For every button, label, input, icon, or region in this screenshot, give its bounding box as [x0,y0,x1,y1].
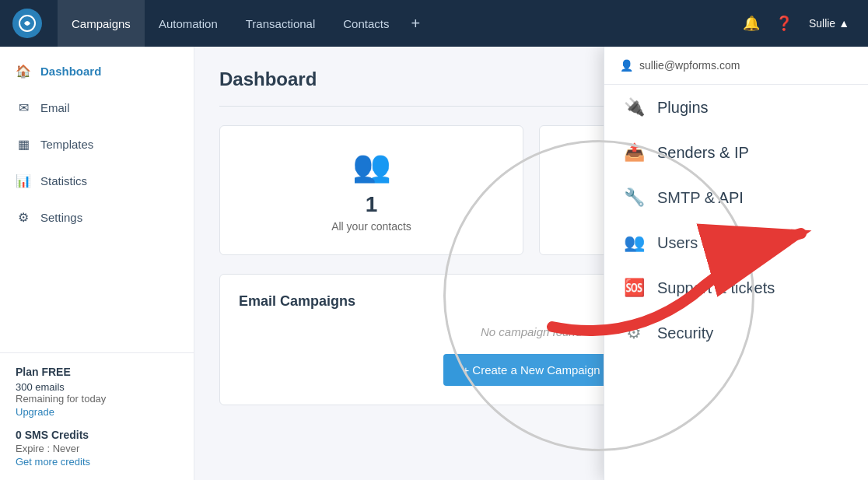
create-campaign-button[interactable]: + Create a New Campaign [443,354,618,386]
plan-emails: 300 emails [16,381,178,393]
sms-credits-label: 0 SMS Credits [16,429,178,441]
user-menu-button[interactable]: Sullie ▲ [803,0,856,47]
dropdown-label-smtp-api: SMTP & API [657,189,744,207]
user-caret-icon: ▲ [838,17,849,30]
dropdown-item-senders-ip[interactable]: 📤 Senders & IP [604,130,868,175]
topnav-transactional[interactable]: Transactional [232,0,330,47]
plan-name: Plan FREE [16,366,178,378]
dropdown-label-senders-ip: Senders & IP [657,144,749,162]
topnav-automation[interactable]: Automation [145,0,232,47]
stat-card-contacts: 👥 1 All your contacts [219,125,523,255]
statistics-icon: 📊 [16,173,31,188]
get-more-credits-link[interactable]: Get more credits [16,456,90,468]
settings-icon: ⚙ [16,210,31,225]
plan-remaining: Remaining for today [16,393,178,405]
dropdown-item-smtp-api[interactable]: 🔧 SMTP & API [604,175,868,220]
dropdown-label-plugins: Plugins [657,99,709,117]
sidebar-item-statistics[interactable]: 📊 Statistics [0,163,194,199]
sidebar-bottom: Plan FREE 300 emails Remaining for today… [0,352,194,480]
dropdown-user-email: 👤 sullie@wpforms.com [604,47,868,85]
contacts-stat-label: All your contacts [331,220,411,233]
help-icon[interactable]: ❓ [770,9,798,37]
user-dropdown: 👤 sullie@wpforms.com 🔌 Plugins 📤 Senders… [604,47,868,480]
topnav-campaigns[interactable]: Campaigns [58,0,145,47]
sms-section: 0 SMS Credits Expire : Never Get more cr… [16,429,178,468]
user-email-text: sullie@wpforms.com [639,59,740,72]
sidebar-label-settings: Settings [40,211,82,224]
topnav-plus-button[interactable]: + [403,0,428,47]
dropdown-item-security[interactable]: ⚙ Security [604,310,868,356]
notifications-icon[interactable]: 🔔 [737,9,765,37]
logo[interactable] [12,9,42,38]
topnav: Campaigns Automation Transactional Conta… [0,0,868,47]
user-name: Sullie [809,17,835,30]
topnav-links: Campaigns Automation Transactional Conta… [58,0,737,47]
dashboard-icon: 🏠 [16,64,31,79]
user-avatar-icon: 👤 [620,59,633,72]
sms-expire-label: Expire : Never [16,443,178,454]
dropdown-label-users: Users [657,234,698,252]
sidebar-label-statistics: Statistics [40,174,87,187]
contacts-stat-icon: 👥 [352,148,391,184]
plugins-icon: 🔌 [623,97,645,117]
sidebar: 🏠 Dashboard ✉ Email ▦ Templates 📊 Statis… [0,47,194,480]
sidebar-label-dashboard: Dashboard [40,65,101,78]
support-icon: 🆘 [623,278,645,298]
dropdown-label-security: Security [657,324,713,342]
topnav-contacts[interactable]: Contacts [329,0,403,47]
dropdown-item-support[interactable]: 🆘 Support & tickets [604,265,868,310]
templates-icon: ▦ [16,137,31,152]
senders-ip-icon: 📤 [623,142,645,163]
email-icon: ✉ [16,100,31,115]
dropdown-label-support: Support & tickets [657,279,775,297]
sidebar-item-email[interactable]: ✉ Email [0,89,194,126]
sidebar-item-templates[interactable]: ▦ Templates [0,126,194,163]
sidebar-item-dashboard[interactable]: 🏠 Dashboard [0,53,194,89]
users-icon: 👥 [623,233,645,253]
security-icon: ⚙ [623,323,645,343]
upgrade-link[interactable]: Upgrade [16,406,54,418]
sidebar-item-settings[interactable]: ⚙ Settings [0,199,194,236]
contacts-stat-number: 1 [366,192,378,217]
main-content: Dashboard 👥 1 All your contacts 🔵 Email … [194,47,868,480]
smtp-api-icon: 🔧 [623,187,645,208]
sidebar-label-email: Email [40,101,70,114]
layout: 🏠 Dashboard ✉ Email ▦ Templates 📊 Statis… [0,47,868,480]
dropdown-item-plugins[interactable]: 🔌 Plugins [604,85,868,130]
topnav-right: 🔔 ❓ Sullie ▲ [737,0,856,47]
dropdown-item-users[interactable]: 👥 Users [604,220,868,265]
sidebar-label-templates: Templates [40,138,93,151]
